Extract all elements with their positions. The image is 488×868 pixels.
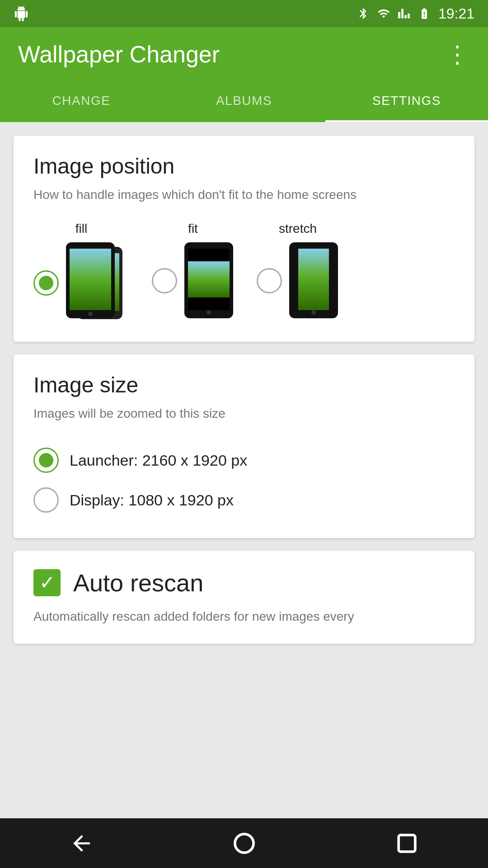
fit-phone-mockup bbox=[184, 242, 234, 319]
svg-rect-12 bbox=[298, 249, 329, 310]
svg-point-14 bbox=[235, 834, 253, 852]
recents-button[interactable] bbox=[391, 827, 422, 859]
svg-rect-4 bbox=[70, 249, 111, 310]
tab-change[interactable]: CHANGE bbox=[0, 81, 163, 122]
display-label: Display: 488 x 868 px bbox=[70, 491, 234, 509]
position-option-fill: fill bbox=[33, 222, 129, 324]
status-time: 19:21 bbox=[438, 5, 474, 22]
image-position-title: Image position bbox=[33, 154, 455, 179]
auto-rescan-card: ✓ Auto rescan Automatically rescan added… bbox=[14, 551, 474, 643]
svg-rect-15 bbox=[399, 835, 415, 852]
fill-radio[interactable] bbox=[33, 270, 59, 296]
display-radio[interactable] bbox=[33, 487, 59, 513]
image-position-subtitle: How to handle images which don't fit to … bbox=[33, 186, 455, 203]
tab-settings[interactable]: SETTINGS bbox=[325, 81, 488, 122]
wifi-icon bbox=[376, 7, 391, 20]
image-size-subtitle: Images will be zoomed to this size bbox=[33, 405, 455, 422]
svg-rect-9 bbox=[188, 297, 230, 310]
fill-phone-front bbox=[66, 242, 118, 319]
auto-rescan-header: ✓ Auto rescan bbox=[33, 569, 455, 597]
svg-point-5 bbox=[88, 311, 93, 316]
app-title: Wallpaper Changer bbox=[18, 41, 220, 68]
tab-albums[interactable]: ALBUMS bbox=[163, 81, 325, 122]
stretch-label: stretch bbox=[279, 222, 317, 236]
status-bar: 19:21 bbox=[0, 0, 488, 27]
android-icon bbox=[14, 6, 29, 21]
fill-phone-mockup bbox=[66, 242, 129, 324]
auto-rescan-description: Automatically rescan added folders for n… bbox=[33, 608, 455, 625]
tab-bar: CHANGE ALBUMS SETTINGS bbox=[0, 81, 488, 122]
launcher-option-row: Launcher: 2160 x 1920 px bbox=[33, 440, 455, 480]
svg-point-13 bbox=[311, 310, 316, 315]
launcher-radio[interactable] bbox=[33, 448, 59, 473]
fit-label: fit bbox=[188, 222, 198, 236]
launcher-label: Launcher: 2160 x 1920 px bbox=[70, 452, 247, 469]
stretch-radio[interactable] bbox=[257, 268, 282, 293]
display-option-row: Display: 488 x 868 px bbox=[33, 480, 455, 520]
fill-label: fill bbox=[75, 222, 87, 236]
overflow-menu-button[interactable]: ⋮ bbox=[446, 42, 470, 66]
recents-icon bbox=[394, 831, 419, 856]
stretch-phone-mockup bbox=[289, 242, 339, 319]
image-size-title: Image size bbox=[33, 373, 455, 397]
signal-icon bbox=[398, 7, 410, 20]
position-options-row: fill bbox=[33, 222, 455, 324]
image-position-card: Image position How to handle images whic… bbox=[14, 136, 474, 342]
back-button[interactable] bbox=[66, 827, 97, 859]
home-icon bbox=[232, 831, 257, 856]
bluetooth-icon bbox=[357, 7, 370, 20]
fit-radio[interactable] bbox=[152, 268, 177, 293]
svg-rect-8 bbox=[188, 261, 230, 297]
home-button[interactable] bbox=[228, 827, 260, 859]
content-area: Image position How to handle images whic… bbox=[0, 122, 488, 657]
svg-rect-7 bbox=[188, 249, 230, 261]
svg-point-10 bbox=[206, 310, 211, 315]
bottom-nav bbox=[0, 818, 488, 868]
image-size-card: Image size Images will be zoomed to this… bbox=[14, 354, 474, 538]
app-bar: Wallpaper Changer ⋮ bbox=[0, 27, 488, 81]
back-icon bbox=[69, 831, 94, 856]
auto-rescan-title: Auto rescan bbox=[73, 569, 203, 597]
auto-rescan-checkbox[interactable]: ✓ bbox=[33, 569, 61, 596]
position-option-fit: fit bbox=[152, 222, 234, 319]
checkmark-icon: ✓ bbox=[39, 573, 55, 592]
status-bar-right: 19:21 bbox=[357, 5, 474, 22]
status-bar-left bbox=[14, 6, 29, 21]
battery-icon bbox=[417, 7, 432, 20]
position-option-stretch: stretch bbox=[257, 222, 339, 319]
